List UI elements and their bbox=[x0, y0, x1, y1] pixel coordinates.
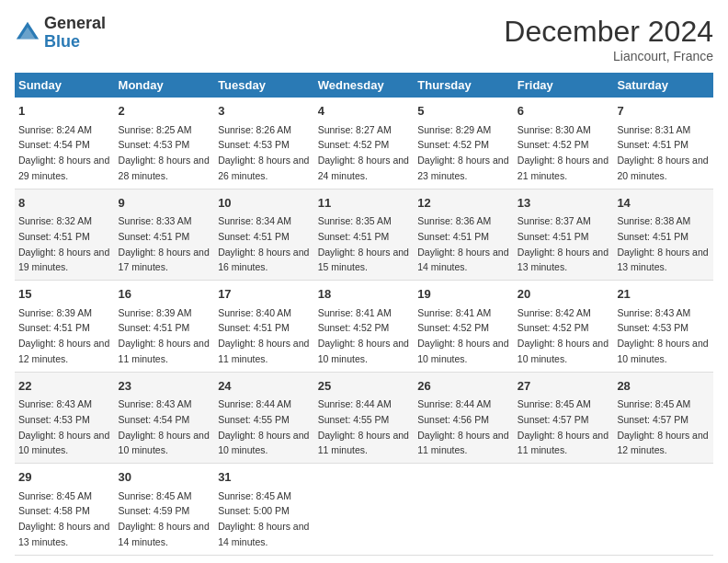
day-info: Sunrise: 8:45 AMSunset: 4:57 PMDaylight:… bbox=[617, 398, 708, 455]
day-number: 28 bbox=[617, 377, 710, 396]
day-number: 24 bbox=[218, 377, 311, 396]
day-number: 9 bbox=[119, 194, 211, 213]
day-number: 30 bbox=[119, 468, 211, 487]
col-monday: Monday bbox=[115, 73, 215, 98]
header-row: Sunday Monday Tuesday Wednesday Thursday… bbox=[15, 73, 713, 98]
day-number: 19 bbox=[417, 285, 510, 304]
calendar-cell: 19Sunrise: 8:41 AMSunset: 4:52 PMDayligh… bbox=[414, 281, 514, 373]
day-number: 1 bbox=[18, 102, 111, 121]
day-number: 16 bbox=[119, 285, 211, 304]
day-info: Sunrise: 8:24 AMSunset: 4:54 PMDaylight:… bbox=[18, 124, 109, 181]
calendar-cell: 7Sunrise: 8:31 AMSunset: 4:51 PMDaylight… bbox=[613, 98, 713, 189]
calendar-cell bbox=[414, 464, 514, 556]
calendar-cell: 9Sunrise: 8:33 AMSunset: 4:51 PMDaylight… bbox=[115, 189, 215, 281]
calendar-cell: 17Sunrise: 8:40 AMSunset: 4:51 PMDayligh… bbox=[214, 281, 314, 373]
calendar-row: 15Sunrise: 8:39 AMSunset: 4:51 PMDayligh… bbox=[15, 281, 713, 373]
day-info: Sunrise: 8:42 AMSunset: 4:52 PMDaylight:… bbox=[518, 307, 609, 364]
day-info: Sunrise: 8:45 AMSunset: 5:00 PMDaylight:… bbox=[218, 490, 309, 547]
calendar-cell: 12Sunrise: 8:36 AMSunset: 4:51 PMDayligh… bbox=[414, 189, 514, 281]
day-info: Sunrise: 8:27 AMSunset: 4:52 PMDaylight:… bbox=[318, 124, 409, 181]
calendar-cell: 15Sunrise: 8:39 AMSunset: 4:51 PMDayligh… bbox=[15, 281, 115, 373]
day-info: Sunrise: 8:25 AMSunset: 4:53 PMDaylight:… bbox=[119, 124, 210, 181]
calendar-cell: 16Sunrise: 8:39 AMSunset: 4:51 PMDayligh… bbox=[115, 281, 215, 373]
calendar-cell: 18Sunrise: 8:41 AMSunset: 4:52 PMDayligh… bbox=[314, 281, 415, 373]
logo-blue: Blue bbox=[44, 33, 106, 52]
day-number: 6 bbox=[518, 102, 610, 121]
calendar-cell: 24Sunrise: 8:44 AMSunset: 4:55 PMDayligh… bbox=[214, 372, 314, 464]
day-number: 12 bbox=[417, 194, 510, 213]
calendar-cell: 25Sunrise: 8:44 AMSunset: 4:55 PMDayligh… bbox=[314, 372, 415, 464]
calendar-body: 1Sunrise: 8:24 AMSunset: 4:54 PMDaylight… bbox=[15, 98, 713, 555]
day-number: 3 bbox=[218, 102, 311, 121]
day-number: 4 bbox=[318, 102, 411, 121]
calendar-cell: 21Sunrise: 8:43 AMSunset: 4:53 PMDayligh… bbox=[613, 281, 713, 373]
day-info: Sunrise: 8:45 AMSunset: 4:59 PMDaylight:… bbox=[119, 490, 210, 547]
calendar-cell bbox=[314, 464, 415, 556]
day-number: 29 bbox=[18, 468, 111, 487]
day-info: Sunrise: 8:36 AMSunset: 4:51 PMDaylight:… bbox=[417, 215, 508, 272]
day-info: Sunrise: 8:43 AMSunset: 4:53 PMDaylight:… bbox=[18, 398, 109, 455]
day-number: 7 bbox=[617, 102, 710, 121]
calendar-cell: 1Sunrise: 8:24 AMSunset: 4:54 PMDaylight… bbox=[15, 98, 115, 189]
logo-icon bbox=[15, 20, 40, 46]
day-number: 27 bbox=[518, 377, 610, 396]
logo-general: General bbox=[44, 15, 106, 33]
day-info: Sunrise: 8:43 AMSunset: 4:53 PMDaylight:… bbox=[617, 307, 708, 364]
calendar-cell: 8Sunrise: 8:32 AMSunset: 4:51 PMDaylight… bbox=[15, 189, 115, 281]
calendar-cell bbox=[514, 464, 614, 556]
calendar-cell: 27Sunrise: 8:45 AMSunset: 4:57 PMDayligh… bbox=[514, 372, 614, 464]
day-number: 22 bbox=[18, 377, 111, 396]
day-info: Sunrise: 8:31 AMSunset: 4:51 PMDaylight:… bbox=[617, 124, 708, 181]
calendar-cell: 22Sunrise: 8:43 AMSunset: 4:53 PMDayligh… bbox=[15, 372, 115, 464]
day-info: Sunrise: 8:26 AMSunset: 4:53 PMDaylight:… bbox=[218, 124, 309, 181]
logo: General Blue bbox=[15, 15, 106, 52]
day-info: Sunrise: 8:40 AMSunset: 4:51 PMDaylight:… bbox=[218, 307, 309, 364]
day-info: Sunrise: 8:38 AMSunset: 4:51 PMDaylight:… bbox=[617, 215, 708, 272]
calendar-cell: 29Sunrise: 8:45 AMSunset: 4:58 PMDayligh… bbox=[15, 464, 115, 556]
month-title: December 2024 bbox=[504, 15, 713, 49]
day-number: 18 bbox=[318, 285, 411, 304]
day-number: 11 bbox=[318, 194, 411, 213]
day-number: 17 bbox=[218, 285, 311, 304]
day-info: Sunrise: 8:43 AMSunset: 4:54 PMDaylight:… bbox=[119, 398, 210, 455]
day-number: 23 bbox=[119, 377, 211, 396]
calendar-table: Sunday Monday Tuesday Wednesday Thursday… bbox=[15, 73, 713, 556]
day-number: 31 bbox=[218, 468, 311, 487]
col-friday: Friday bbox=[514, 73, 614, 98]
page-header: General Blue December 2024 Liancourt, Fr… bbox=[15, 15, 713, 63]
day-number: 25 bbox=[318, 377, 411, 396]
day-info: Sunrise: 8:29 AMSunset: 4:52 PMDaylight:… bbox=[417, 124, 508, 181]
calendar-header: Sunday Monday Tuesday Wednesday Thursday… bbox=[15, 73, 713, 98]
day-info: Sunrise: 8:41 AMSunset: 4:52 PMDaylight:… bbox=[318, 307, 409, 364]
calendar-cell: 28Sunrise: 8:45 AMSunset: 4:57 PMDayligh… bbox=[613, 372, 713, 464]
day-number: 5 bbox=[417, 102, 510, 121]
col-tuesday: Tuesday bbox=[214, 73, 314, 98]
calendar-cell bbox=[613, 464, 713, 556]
day-info: Sunrise: 8:32 AMSunset: 4:51 PMDaylight:… bbox=[18, 215, 109, 272]
calendar-cell: 31Sunrise: 8:45 AMSunset: 5:00 PMDayligh… bbox=[214, 464, 314, 556]
day-number: 13 bbox=[518, 194, 610, 213]
day-number: 21 bbox=[617, 285, 710, 304]
title-block: December 2024 Liancourt, France bbox=[504, 15, 713, 63]
day-number: 10 bbox=[218, 194, 311, 213]
day-info: Sunrise: 8:39 AMSunset: 4:51 PMDaylight:… bbox=[119, 307, 210, 364]
calendar-cell: 2Sunrise: 8:25 AMSunset: 4:53 PMDaylight… bbox=[115, 98, 215, 189]
day-number: 20 bbox=[518, 285, 610, 304]
logo-text: General Blue bbox=[44, 15, 106, 52]
col-wednesday: Wednesday bbox=[314, 73, 415, 98]
calendar-row: 22Sunrise: 8:43 AMSunset: 4:53 PMDayligh… bbox=[15, 372, 713, 464]
day-number: 2 bbox=[119, 102, 211, 121]
day-info: Sunrise: 8:45 AMSunset: 4:58 PMDaylight:… bbox=[18, 490, 109, 547]
calendar-cell: 11Sunrise: 8:35 AMSunset: 4:51 PMDayligh… bbox=[314, 189, 415, 281]
calendar-row: 29Sunrise: 8:45 AMSunset: 4:58 PMDayligh… bbox=[15, 464, 713, 556]
day-info: Sunrise: 8:35 AMSunset: 4:51 PMDaylight:… bbox=[318, 215, 409, 272]
calendar-cell: 23Sunrise: 8:43 AMSunset: 4:54 PMDayligh… bbox=[115, 372, 215, 464]
calendar-cell: 5Sunrise: 8:29 AMSunset: 4:52 PMDaylight… bbox=[414, 98, 514, 189]
col-saturday: Saturday bbox=[613, 73, 713, 98]
day-number: 15 bbox=[18, 285, 111, 304]
day-info: Sunrise: 8:41 AMSunset: 4:52 PMDaylight:… bbox=[417, 307, 508, 364]
day-info: Sunrise: 8:30 AMSunset: 4:52 PMDaylight:… bbox=[518, 124, 609, 181]
day-info: Sunrise: 8:34 AMSunset: 4:51 PMDaylight:… bbox=[218, 215, 309, 272]
calendar-row: 8Sunrise: 8:32 AMSunset: 4:51 PMDaylight… bbox=[15, 189, 713, 281]
location: Liancourt, France bbox=[504, 49, 713, 63]
